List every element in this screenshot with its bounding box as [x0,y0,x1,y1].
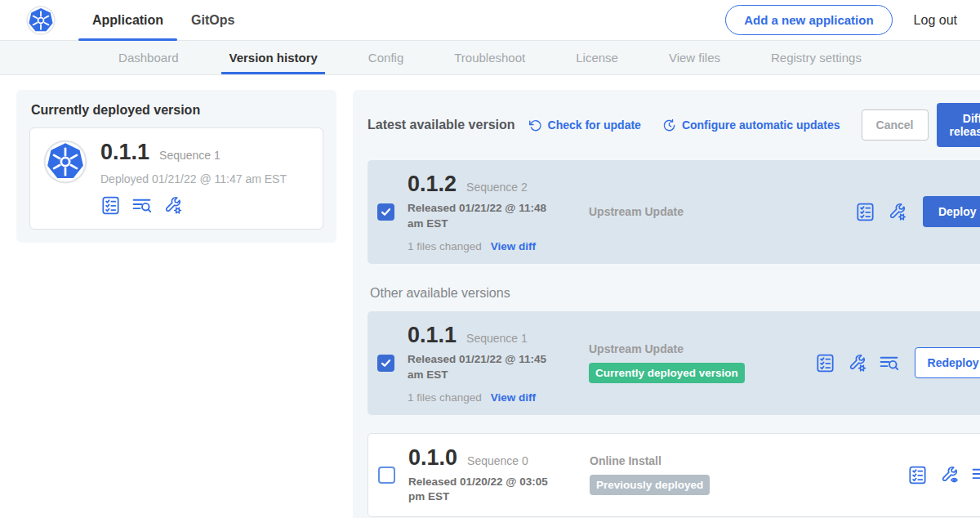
tab-license[interactable]: License [576,41,618,74]
other-available-versions-title: Other available versions [370,286,980,301]
check-icon [381,207,391,217]
version-actions: Deploy [855,196,980,227]
configure-automatic-updates-link[interactable]: Configure automatic updates [662,118,840,132]
deploy-logs-icon[interactable] [131,195,152,216]
version-source: Online Install Previously deployed [578,454,907,495]
deployed-timestamp: Deployed 01/21/22 @ 11:47 am EST [100,172,287,185]
source-label: Upstream Update [589,342,815,355]
deploy-logs-icon[interactable] [971,465,980,485]
available-versions-header: Latest available version Check for updat… [368,103,980,147]
topnav-tab-gitops[interactable]: GitOps [177,0,248,41]
edit-config-wrench-gear-icon[interactable] [847,353,867,373]
preflight-checklist-icon[interactable] [815,353,835,373]
cancel-button[interactable]: Cancel [862,109,929,141]
deployed-version-card: 0.1.1 Sequence 1 Deployed 01/21/22 @ 11:… [29,127,323,230]
app-kubernetes-logo-icon [43,140,87,184]
view-diff-link[interactable]: View diff [491,240,536,252]
version-info: 0.1.1 Sequence 1 Released 01/21/22 @ 11:… [408,323,577,404]
released-timestamp: Released 01/21/22 @ 11:45 am EST [408,352,563,383]
released-timestamp: Released 01/20/22 @ 03:05 pm EST [408,475,564,506]
sequence-label: Sequence 2 [466,181,528,194]
tab-dashboard[interactable]: Dashboard [118,41,178,74]
tab-registry-settings[interactable]: Registry settings [771,41,862,74]
tab-troubleshoot[interactable]: Troubleshoot [454,41,525,74]
version-actions [907,465,980,485]
topnav-tab-label: Application [92,13,163,28]
version-row-0-1-0: 0.1.0 Sequence 0 Released 01/20/22 @ 03:… [368,433,980,518]
preflight-checklist-icon[interactable] [100,195,121,216]
redeploy-button[interactable]: Redeploy [915,347,980,378]
source-label: Online Install [590,454,907,467]
version-row-0-1-2: 0.1.2 Sequence 2 Released 01/21/22 @ 11:… [368,160,980,264]
deployed-version-info: 0.1.1 Sequence 1 Deployed 01/21/22 @ 11:… [100,140,287,216]
kubernetes-logo-icon [26,6,56,35]
version-actions: Redeploy [815,347,980,378]
tab-version-history[interactable]: Version history [229,41,317,74]
check-icon [381,358,391,368]
preflight-checklist-icon[interactable] [855,202,875,222]
view-diff-link[interactable]: View diff [491,391,536,404]
schedule-clock-icon [662,118,676,132]
version-checkbox[interactable] [377,203,394,221]
refresh-icon [528,118,542,132]
sequence-label: Sequence 0 [467,454,528,467]
version-number: 0.1.1 [408,323,457,348]
version-number: 0.1.2 [408,172,457,197]
edit-config-wrench-gear-icon[interactable] [163,195,183,216]
currently-deployed-title: Currently deployed version [31,103,323,118]
version-checkbox[interactable] [377,355,394,372]
deployed-version-number: 0.1.1 [100,140,149,165]
version-row-0-1-1: 0.1.1 Sequence 1 Released 01/21/22 @ 11:… [368,311,980,415]
preflight-checklist-icon[interactable] [907,465,928,485]
logout-link[interactable]: Log out [914,13,957,28]
released-timestamp: Released 01/21/22 @ 11:48 am EST [408,201,563,232]
version-source: Upstream Update Currently deployed versi… [577,342,815,383]
deploy-button[interactable]: Deploy [923,196,980,227]
row-spacer [368,415,980,433]
latest-available-title: Latest available version [368,118,515,132]
view-config-wrench-eye-icon[interactable] [939,465,960,485]
sequence-label: Sequence 1 [466,332,528,345]
deploy-logs-icon[interactable] [879,353,899,373]
source-label: Upstream Update [589,205,855,218]
app-sub-nav: Dashboard Version history Config Trouble… [0,41,980,75]
topnav-tab-application[interactable]: Application [78,0,177,41]
currently-deployed-card: Currently deployed version 0.1.1 Sequenc… [16,90,336,243]
version-info: 0.1.0 Sequence 0 Released 01/20/22 @ 03:… [408,445,578,506]
available-versions-panel: Latest available version Check for updat… [353,90,980,518]
add-new-application-button[interactable]: Add a new application [725,5,892,35]
top-nav: Application GitOps Add a new application… [0,0,980,41]
tab-config[interactable]: Config [368,41,403,74]
edit-config-wrench-gear-icon[interactable] [887,202,907,222]
deployed-sequence-label: Sequence 1 [159,149,220,162]
check-for-update-link[interactable]: Check for update [528,118,641,132]
currently-deployed-badge: Currently deployed version [589,363,745,383]
version-number: 0.1.0 [408,445,457,471]
tab-view-files[interactable]: View files [669,41,720,74]
topnav-tab-label: GitOps [191,13,234,28]
version-info: 0.1.2 Sequence 2 Released 01/21/22 @ 11:… [408,172,577,252]
version-source: Upstream Update [577,205,855,218]
previously-deployed-badge: Previously deployed [590,475,710,495]
files-changed-label: 1 files changed [408,391,482,404]
files-changed-label: 1 files changed [408,240,482,252]
diff-releases-button[interactable]: Diff releases [937,103,980,147]
main-content: Currently deployed version 0.1.1 Sequenc… [0,75,980,518]
version-checkbox[interactable] [378,467,395,484]
